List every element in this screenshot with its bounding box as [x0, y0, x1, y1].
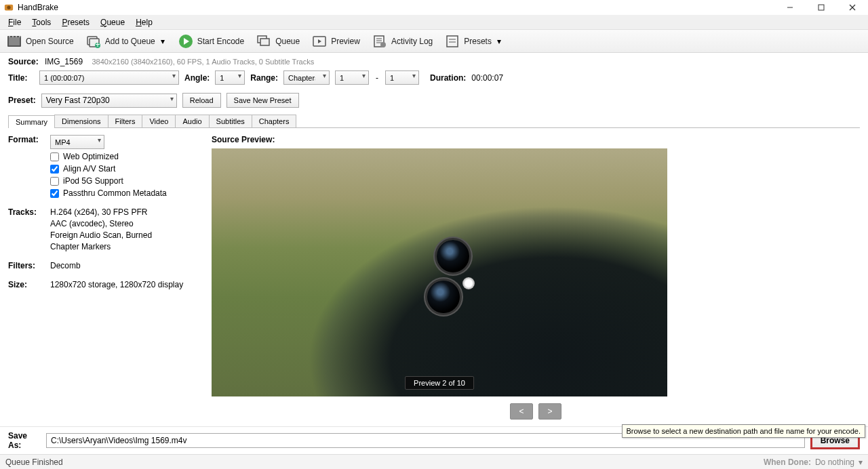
start-encode-label: Start Encode: [197, 37, 244, 46]
passthru-meta-checkbox[interactable]: Passthru Common Metadata: [50, 188, 198, 198]
chevron-down-icon[interactable]: ▾: [159, 38, 166, 45]
queue-label: Queue: [275, 37, 300, 46]
title-label: Title:: [8, 73, 34, 83]
preview-icon: [312, 34, 327, 49]
presets-button[interactable]: Presets ▾: [441, 33, 507, 50]
chevron-down-icon[interactable]: ▾: [859, 457, 863, 467]
track-chapters: Chapter Markers: [50, 242, 198, 251]
when-done-value: Do nothing: [815, 457, 854, 467]
close-button[interactable]: [837, 0, 868, 15]
track-foreign: Foreign Audio Scan, Burned: [50, 230, 198, 240]
save-as-label: Save As:: [8, 431, 41, 450]
format-label: Format:: [8, 135, 50, 198]
save-new-preset-button[interactable]: Save New Preset: [226, 93, 299, 108]
tab-subtitles[interactable]: Subtitles: [209, 115, 252, 127]
preview-button[interactable]: Preview: [308, 33, 364, 50]
svg-point-10: [16, 36, 17, 37]
source-meta: 3840x2160 (3840x2160), 60 FPS, 1 Audio T…: [92, 58, 314, 66]
title-combo[interactable]: 1 (00:00:07): [39, 70, 179, 85]
activity-log-label: Activity Log: [391, 37, 433, 46]
window-titlebar: HandBrake: [0, 0, 868, 15]
tab-chapters[interactable]: Chapters: [252, 115, 297, 127]
preview-image: Preview 2 of 10: [212, 148, 667, 396]
preview-label: Preview: [331, 37, 360, 46]
save-as-row: Save As: Browse Browse to select a new d…: [0, 426, 868, 454]
track-video: H.264 (x264), 30 FPS PFR: [50, 207, 198, 217]
size-value: 1280x720 storage, 1280x720 display: [50, 280, 198, 289]
open-source-button[interactable]: Open Source: [3, 33, 78, 50]
svg-point-11: [19, 36, 20, 37]
summary-panel: Format: MP4 Web Optimized Align A/V Star…: [8, 127, 860, 426]
angle-combo[interactable]: 1: [215, 70, 245, 85]
status-text: Queue Finished: [5, 457, 63, 467]
browse-tooltip: Browse to select a new destination path …: [622, 424, 866, 438]
menu-file[interactable]: File: [3, 16, 26, 28]
format-combo[interactable]: MP4: [50, 135, 104, 149]
svg-text:+: +: [95, 40, 100, 49]
start-encode-button[interactable]: Start Encode: [174, 33, 248, 50]
preview-next-button[interactable]: >: [538, 403, 561, 420]
log-icon: [372, 34, 387, 49]
range-from-combo[interactable]: 1: [335, 70, 369, 85]
menu-tools[interactable]: Tools: [26, 16, 56, 28]
reload-button[interactable]: Reload: [182, 93, 221, 108]
menu-queue[interactable]: Queue: [95, 16, 130, 28]
presets-icon: [445, 34, 460, 49]
tab-filters[interactable]: Filters: [108, 115, 143, 127]
source-label: Source:: [8, 57, 39, 66]
tab-audio[interactable]: Audio: [175, 115, 209, 127]
web-optimized-checkbox[interactable]: Web Optimized: [50, 152, 198, 161]
play-icon: [178, 34, 193, 49]
ipod-5g-checkbox[interactable]: iPod 5G Support: [50, 176, 198, 186]
add-to-queue-button[interactable]: + Add to Queue ▾: [82, 33, 170, 50]
menubar: File Tools Presets Queue Help: [0, 15, 868, 30]
presets-label: Presets: [464, 37, 492, 46]
tab-summary[interactable]: Summary: [8, 115, 55, 128]
tab-video[interactable]: Video: [142, 115, 176, 127]
maximize-button[interactable]: [806, 0, 837, 15]
duration-label: Duration:: [430, 73, 466, 83]
chevron-down-icon[interactable]: ▾: [496, 38, 502, 45]
preview-panel: Source Preview: Preview 2 of 10 < >: [212, 135, 860, 420]
app-logo-icon: [4, 3, 14, 12]
size-label: Size:: [8, 280, 50, 289]
film-icon: [7, 34, 22, 49]
preset-combo[interactable]: Very Fast 720p30: [41, 94, 177, 108]
range-label: Range:: [250, 73, 278, 83]
range-dash: -: [374, 73, 380, 83]
queue-button[interactable]: Queue: [252, 33, 304, 50]
svg-marker-21: [318, 39, 321, 43]
svg-point-1: [7, 5, 10, 9]
svg-point-26: [380, 42, 386, 47]
preset-label: Preset:: [8, 96, 36, 105]
when-done-label: When Done:: [764, 457, 811, 467]
tab-dimensions[interactable]: Dimensions: [54, 115, 108, 127]
svg-rect-7: [9, 37, 20, 45]
preset-row: Preset: Very Fast 720p30 Reload Save New…: [0, 89, 868, 112]
preview-badge: Preview 2 of 10: [405, 376, 474, 390]
source-filename: IMG_1569: [45, 57, 83, 66]
range-to-combo[interactable]: 1: [385, 70, 419, 85]
tracks-label: Tracks:: [8, 207, 50, 251]
preview-label: Source Preview:: [212, 135, 860, 144]
menu-help[interactable]: Help: [130, 16, 158, 28]
preview-prev-button[interactable]: <: [510, 403, 533, 420]
activity-log-button[interactable]: Activity Log: [368, 33, 437, 50]
statusbar: Queue Finished When Done: Do nothing ▾: [0, 454, 868, 469]
toolbar: Open Source + Add to Queue ▾ Start Encod…: [0, 30, 868, 53]
track-audio: AAC (avcodec), Stereo: [50, 219, 198, 228]
filters-value: Decomb: [50, 261, 198, 270]
minimize-button[interactable]: [774, 0, 806, 15]
angle-label: Angle:: [184, 73, 210, 83]
svg-point-9: [12, 36, 14, 37]
queue-icon: [256, 34, 271, 49]
window-title: HandBrake: [18, 3, 58, 12]
menu-presets[interactable]: Presets: [56, 16, 95, 28]
range-type-combo[interactable]: Chapters: [283, 70, 330, 85]
svg-rect-27: [447, 36, 458, 47]
open-source-label: Open Source: [26, 37, 74, 46]
svg-point-8: [9, 36, 10, 37]
filters-label: Filters:: [8, 261, 50, 270]
align-av-checkbox[interactable]: Align A/V Start: [50, 164, 198, 174]
svg-rect-3: [818, 5, 824, 10]
